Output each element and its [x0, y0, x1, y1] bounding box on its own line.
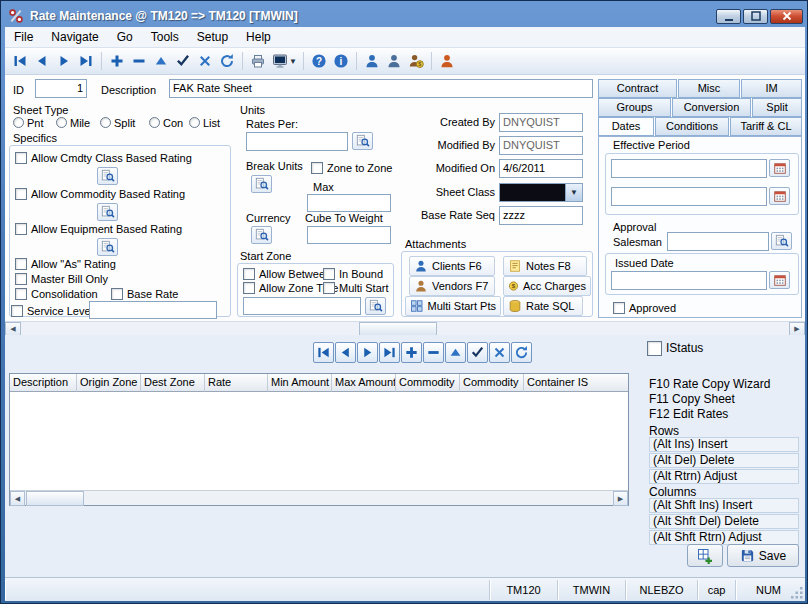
f12-edit-rates-label[interactable]: F12 Edit Rates — [649, 407, 728, 421]
f10-rate-copy-wizard-label[interactable]: F10 Rate Copy Wizard — [649, 377, 770, 391]
allow-as-rating-checkbox[interactable]: Allow "As" Rating — [15, 257, 116, 271]
chevron-down-icon[interactable]: ▼ — [565, 184, 582, 201]
start-zone-lookup-button[interactable] — [365, 297, 386, 315]
menu-navigate[interactable]: Navigate — [42, 28, 107, 46]
rates-per-lookup-button[interactable] — [352, 132, 373, 150]
acc-charges-attach-button[interactable]: Acc Charges — [503, 276, 591, 296]
allow-cmdty-class-checkbox[interactable]: Allow Cmdty Class Based Rating — [15, 151, 192, 165]
menu-file[interactable]: File — [5, 28, 42, 46]
menu-tools[interactable]: Tools — [142, 28, 188, 46]
radio-split[interactable]: Split — [100, 116, 135, 129]
break-units-lookup-button[interactable] — [251, 175, 272, 193]
allow-equipment-checkbox[interactable]: Allow Equipment Based Rating — [15, 222, 182, 236]
vendors-button[interactable] — [383, 50, 405, 72]
grid-scroll-right-button[interactable]: ▶ — [613, 491, 628, 506]
consolidation-checkbox[interactable]: Consolidation — [15, 287, 98, 301]
maximize-button[interactable] — [743, 9, 768, 24]
multi-start-checkbox[interactable]: Multi Start — [323, 281, 389, 295]
detail-refresh-button[interactable] — [511, 342, 532, 363]
issued-date-field[interactable] — [611, 271, 767, 290]
columns-delete-shortcut[interactable]: (Alt Shft Del) Delete — [649, 514, 799, 529]
detail-post-button[interactable] — [445, 342, 466, 363]
tab-im[interactable]: IM — [741, 79, 802, 98]
detail-cancel-button[interactable] — [489, 342, 510, 363]
menu-help[interactable]: Help — [237, 28, 280, 46]
acc-charges-button[interactable] — [405, 50, 427, 72]
salesman-lookup-button[interactable] — [771, 232, 792, 250]
issued-date-calendar-button[interactable] — [769, 271, 790, 289]
effective-to-calendar-button[interactable] — [769, 187, 790, 205]
next-record-button[interactable] — [53, 50, 75, 72]
rates-grid[interactable]: Description Origin Zone Dest Zone Rate M… — [9, 373, 629, 506]
rows-insert-shortcut[interactable]: (Alt Ins) Insert — [649, 437, 799, 452]
previous-record-button[interactable] — [31, 50, 53, 72]
columns-insert-shortcut[interactable]: (Alt Shft Ins) Insert — [649, 498, 799, 513]
rates-per-field[interactable] — [246, 132, 348, 151]
detail-accept-button[interactable] — [467, 342, 488, 363]
refresh-button[interactable] — [216, 50, 238, 72]
max-field[interactable] — [307, 194, 391, 212]
base-rate-checkbox[interactable]: Base Rate — [111, 287, 178, 301]
column-header-commodity-2[interactable]: Commodity — [460, 374, 524, 392]
column-header-commodity-1[interactable]: Commodity — [396, 374, 460, 392]
currency-lookup-button[interactable] — [251, 226, 272, 244]
delete-record-button[interactable] — [128, 50, 150, 72]
cube-to-weight-field[interactable] — [307, 226, 391, 244]
tab-misc[interactable]: Misc — [678, 79, 740, 98]
column-header-min-amount[interactable]: Min Amount — [268, 374, 332, 392]
radio-con[interactable]: Con — [149, 116, 183, 129]
service-level-checkbox[interactable]: Service Level — [11, 304, 93, 318]
f11-copy-sheet-label[interactable]: F11 Copy Sheet — [649, 392, 735, 406]
users-button[interactable] — [436, 50, 458, 72]
detail-delete-button[interactable] — [423, 342, 444, 363]
radio-pnt[interactable]: Pnt — [13, 116, 44, 129]
notes-f8-button[interactable]: Notes F8 — [503, 256, 587, 276]
grid-scroll-thumb[interactable] — [26, 491, 84, 506]
column-header-origin-zone[interactable]: Origin Zone — [77, 374, 141, 392]
close-button[interactable] — [770, 9, 803, 24]
minimize-button[interactable] — [716, 9, 741, 24]
in-bound-checkbox[interactable]: In Bound — [323, 267, 383, 281]
tab-tariff-cl[interactable]: Tariff & CL — [730, 117, 802, 136]
scroll-thumb[interactable] — [359, 322, 437, 336]
column-header-dest-zone[interactable]: Dest Zone — [141, 374, 205, 392]
rate-sql-button[interactable]: Rate SQL — [503, 296, 583, 316]
grid-scroll-left-button[interactable]: ◀ — [10, 491, 25, 506]
menu-setup[interactable]: Setup — [188, 28, 237, 46]
last-record-button[interactable] — [75, 50, 97, 72]
master-bill-only-checkbox[interactable]: Master Bill Only — [15, 272, 108, 286]
print-button[interactable] — [247, 50, 269, 72]
allow-between-checkbox[interactable]: Allow Between — [243, 267, 331, 281]
effective-from-calendar-button[interactable] — [769, 159, 790, 177]
title-bar[interactable]: Rate Maintenance @ TM120 => TM120 [TMWIN… — [5, 5, 805, 27]
menu-go[interactable]: Go — [108, 28, 142, 46]
scroll-right-button[interactable]: ▶ — [789, 322, 805, 336]
istatus-checkbox[interactable]: IStatus — [647, 341, 703, 355]
start-zone-field[interactable] — [243, 297, 361, 315]
tab-dates[interactable]: Dates — [598, 117, 654, 136]
grid-add-button[interactable] — [687, 544, 723, 567]
columns-adjust-shortcut[interactable]: (Alt Shft Rtrn) Adjust — [649, 530, 799, 545]
sheet-class-dropdown[interactable]: ▼ — [499, 183, 583, 202]
description-field[interactable]: FAK Rate Sheet — [169, 79, 593, 98]
horizontal-splitter-scrollbar[interactable]: ◀ ▶ — [5, 321, 805, 335]
post-edit-button[interactable] — [150, 50, 172, 72]
help-button[interactable] — [308, 50, 330, 72]
clients-f6-button[interactable]: Clients F6 — [409, 256, 495, 276]
column-header-rate[interactable]: Rate — [205, 374, 268, 392]
allow-commodity-checkbox[interactable]: Allow Commodity Based Rating — [15, 187, 185, 201]
grid-body[interactable] — [10, 392, 628, 492]
radio-list[interactable]: List — [189, 116, 220, 129]
zone-to-zone-checkbox[interactable]: Zone to Zone — [311, 161, 392, 175]
effective-to-field[interactable] — [611, 187, 767, 206]
service-level-field[interactable] — [89, 301, 217, 319]
detail-first-button[interactable] — [313, 342, 334, 363]
equipment-lookup-button[interactable] — [97, 238, 118, 256]
approved-checkbox[interactable]: Approved — [613, 301, 676, 315]
detail-last-button[interactable] — [379, 342, 400, 363]
clients-button[interactable] — [361, 50, 383, 72]
save-button[interactable]: Save — [727, 544, 799, 567]
base-rate-seq-field[interactable]: zzzz — [499, 206, 583, 225]
first-record-button[interactable] — [9, 50, 31, 72]
insert-record-button[interactable] — [106, 50, 128, 72]
